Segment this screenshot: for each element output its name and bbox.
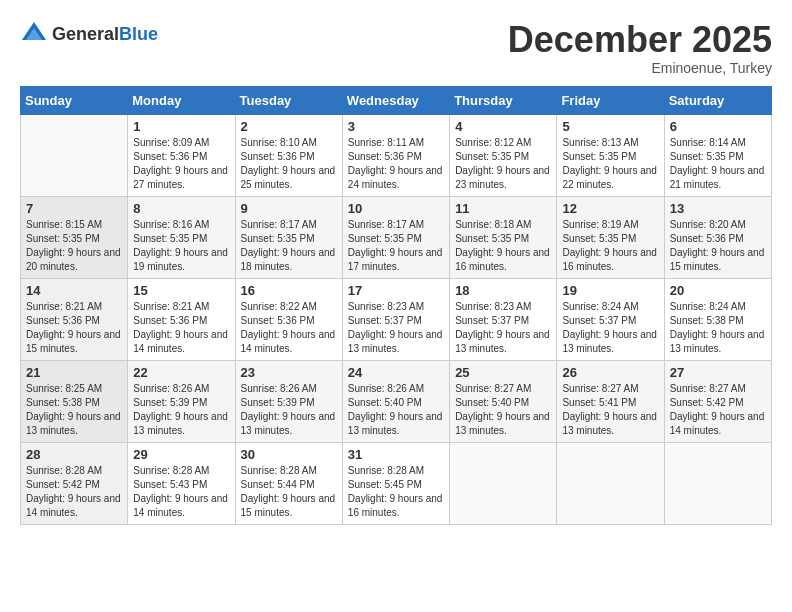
day-info: Sunrise: 8:25 AMSunset: 5:38 PMDaylight:…: [26, 382, 122, 438]
calendar-cell: [21, 114, 128, 196]
weekday-header-monday: Monday: [128, 86, 235, 114]
day-info: Sunrise: 8:28 AMSunset: 5:44 PMDaylight:…: [241, 464, 337, 520]
calendar-cell: 1Sunrise: 8:09 AMSunset: 5:36 PMDaylight…: [128, 114, 235, 196]
page-header: GeneralBlue December 2025 Eminoenue, Tur…: [20, 20, 772, 76]
day-number: 16: [241, 283, 337, 298]
calendar-cell: 9Sunrise: 8:17 AMSunset: 5:35 PMDaylight…: [235, 196, 342, 278]
day-info: Sunrise: 8:24 AMSunset: 5:38 PMDaylight:…: [670, 300, 766, 356]
day-number: 12: [562, 201, 658, 216]
day-info: Sunrise: 8:15 AMSunset: 5:35 PMDaylight:…: [26, 218, 122, 274]
day-info: Sunrise: 8:28 AMSunset: 5:43 PMDaylight:…: [133, 464, 229, 520]
weekday-header-sunday: Sunday: [21, 86, 128, 114]
calendar-cell: 20Sunrise: 8:24 AMSunset: 5:38 PMDayligh…: [664, 278, 771, 360]
calendar-cell: 11Sunrise: 8:18 AMSunset: 5:35 PMDayligh…: [450, 196, 557, 278]
day-info: Sunrise: 8:23 AMSunset: 5:37 PMDaylight:…: [455, 300, 551, 356]
weekday-header-tuesday: Tuesday: [235, 86, 342, 114]
calendar-cell: 27Sunrise: 8:27 AMSunset: 5:42 PMDayligh…: [664, 360, 771, 442]
day-number: 29: [133, 447, 229, 462]
month-title: December 2025: [508, 20, 772, 60]
day-info: Sunrise: 8:12 AMSunset: 5:35 PMDaylight:…: [455, 136, 551, 192]
day-number: 10: [348, 201, 444, 216]
day-number: 23: [241, 365, 337, 380]
calendar-cell: 31Sunrise: 8:28 AMSunset: 5:45 PMDayligh…: [342, 442, 449, 524]
logo-general-text: General: [52, 24, 119, 44]
calendar-cell: 13Sunrise: 8:20 AMSunset: 5:36 PMDayligh…: [664, 196, 771, 278]
calendar-week-1: 1Sunrise: 8:09 AMSunset: 5:36 PMDaylight…: [21, 114, 772, 196]
calendar-cell: 29Sunrise: 8:28 AMSunset: 5:43 PMDayligh…: [128, 442, 235, 524]
day-number: 9: [241, 201, 337, 216]
day-info: Sunrise: 8:24 AMSunset: 5:37 PMDaylight:…: [562, 300, 658, 356]
day-number: 2: [241, 119, 337, 134]
calendar-cell: 22Sunrise: 8:26 AMSunset: 5:39 PMDayligh…: [128, 360, 235, 442]
day-info: Sunrise: 8:26 AMSunset: 5:40 PMDaylight:…: [348, 382, 444, 438]
calendar-cell: 24Sunrise: 8:26 AMSunset: 5:40 PMDayligh…: [342, 360, 449, 442]
calendar-cell: 15Sunrise: 8:21 AMSunset: 5:36 PMDayligh…: [128, 278, 235, 360]
calendar-week-3: 14Sunrise: 8:21 AMSunset: 5:36 PMDayligh…: [21, 278, 772, 360]
day-number: 6: [670, 119, 766, 134]
calendar-cell: [450, 442, 557, 524]
day-info: Sunrise: 8:21 AMSunset: 5:36 PMDaylight:…: [26, 300, 122, 356]
day-info: Sunrise: 8:26 AMSunset: 5:39 PMDaylight:…: [241, 382, 337, 438]
title-area: December 2025 Eminoenue, Turkey: [508, 20, 772, 76]
calendar-cell: 16Sunrise: 8:22 AMSunset: 5:36 PMDayligh…: [235, 278, 342, 360]
day-info: Sunrise: 8:20 AMSunset: 5:36 PMDaylight:…: [670, 218, 766, 274]
calendar-cell: [557, 442, 664, 524]
calendar-cell: 4Sunrise: 8:12 AMSunset: 5:35 PMDaylight…: [450, 114, 557, 196]
weekday-header-saturday: Saturday: [664, 86, 771, 114]
day-info: Sunrise: 8:22 AMSunset: 5:36 PMDaylight:…: [241, 300, 337, 356]
calendar-cell: 7Sunrise: 8:15 AMSunset: 5:35 PMDaylight…: [21, 196, 128, 278]
day-info: Sunrise: 8:27 AMSunset: 5:42 PMDaylight:…: [670, 382, 766, 438]
day-info: Sunrise: 8:16 AMSunset: 5:35 PMDaylight:…: [133, 218, 229, 274]
calendar-cell: 26Sunrise: 8:27 AMSunset: 5:41 PMDayligh…: [557, 360, 664, 442]
day-info: Sunrise: 8:10 AMSunset: 5:36 PMDaylight:…: [241, 136, 337, 192]
day-info: Sunrise: 8:27 AMSunset: 5:40 PMDaylight:…: [455, 382, 551, 438]
day-number: 11: [455, 201, 551, 216]
calendar-cell: 19Sunrise: 8:24 AMSunset: 5:37 PMDayligh…: [557, 278, 664, 360]
calendar-week-2: 7Sunrise: 8:15 AMSunset: 5:35 PMDaylight…: [21, 196, 772, 278]
day-number: 17: [348, 283, 444, 298]
day-number: 5: [562, 119, 658, 134]
day-number: 21: [26, 365, 122, 380]
day-info: Sunrise: 8:23 AMSunset: 5:37 PMDaylight:…: [348, 300, 444, 356]
day-info: Sunrise: 8:11 AMSunset: 5:36 PMDaylight:…: [348, 136, 444, 192]
calendar-cell: 5Sunrise: 8:13 AMSunset: 5:35 PMDaylight…: [557, 114, 664, 196]
weekday-header-wednesday: Wednesday: [342, 86, 449, 114]
calendar-cell: 8Sunrise: 8:16 AMSunset: 5:35 PMDaylight…: [128, 196, 235, 278]
calendar-cell: 30Sunrise: 8:28 AMSunset: 5:44 PMDayligh…: [235, 442, 342, 524]
calendar-table: SundayMondayTuesdayWednesdayThursdayFrid…: [20, 86, 772, 525]
day-number: 26: [562, 365, 658, 380]
logo: GeneralBlue: [20, 20, 158, 48]
logo-blue-text: Blue: [119, 24, 158, 44]
calendar-cell: 3Sunrise: 8:11 AMSunset: 5:36 PMDaylight…: [342, 114, 449, 196]
day-info: Sunrise: 8:28 AMSunset: 5:45 PMDaylight:…: [348, 464, 444, 520]
calendar-cell: 25Sunrise: 8:27 AMSunset: 5:40 PMDayligh…: [450, 360, 557, 442]
calendar-cell: 21Sunrise: 8:25 AMSunset: 5:38 PMDayligh…: [21, 360, 128, 442]
day-info: Sunrise: 8:17 AMSunset: 5:35 PMDaylight:…: [241, 218, 337, 274]
calendar-week-4: 21Sunrise: 8:25 AMSunset: 5:38 PMDayligh…: [21, 360, 772, 442]
day-number: 22: [133, 365, 229, 380]
day-info: Sunrise: 8:17 AMSunset: 5:35 PMDaylight:…: [348, 218, 444, 274]
calendar-cell: 28Sunrise: 8:28 AMSunset: 5:42 PMDayligh…: [21, 442, 128, 524]
day-info: Sunrise: 8:18 AMSunset: 5:35 PMDaylight:…: [455, 218, 551, 274]
day-number: 19: [562, 283, 658, 298]
day-number: 28: [26, 447, 122, 462]
day-number: 7: [26, 201, 122, 216]
day-info: Sunrise: 8:14 AMSunset: 5:35 PMDaylight:…: [670, 136, 766, 192]
logo-icon: [20, 20, 48, 48]
calendar-cell: 6Sunrise: 8:14 AMSunset: 5:35 PMDaylight…: [664, 114, 771, 196]
day-info: Sunrise: 8:27 AMSunset: 5:41 PMDaylight:…: [562, 382, 658, 438]
day-info: Sunrise: 8:21 AMSunset: 5:36 PMDaylight:…: [133, 300, 229, 356]
day-info: Sunrise: 8:26 AMSunset: 5:39 PMDaylight:…: [133, 382, 229, 438]
calendar-cell: 2Sunrise: 8:10 AMSunset: 5:36 PMDaylight…: [235, 114, 342, 196]
day-info: Sunrise: 8:13 AMSunset: 5:35 PMDaylight:…: [562, 136, 658, 192]
day-info: Sunrise: 8:19 AMSunset: 5:35 PMDaylight:…: [562, 218, 658, 274]
day-number: 13: [670, 201, 766, 216]
day-number: 27: [670, 365, 766, 380]
calendar-cell: 23Sunrise: 8:26 AMSunset: 5:39 PMDayligh…: [235, 360, 342, 442]
day-number: 30: [241, 447, 337, 462]
day-number: 25: [455, 365, 551, 380]
day-number: 4: [455, 119, 551, 134]
weekday-header-friday: Friday: [557, 86, 664, 114]
calendar-cell: 17Sunrise: 8:23 AMSunset: 5:37 PMDayligh…: [342, 278, 449, 360]
day-number: 1: [133, 119, 229, 134]
